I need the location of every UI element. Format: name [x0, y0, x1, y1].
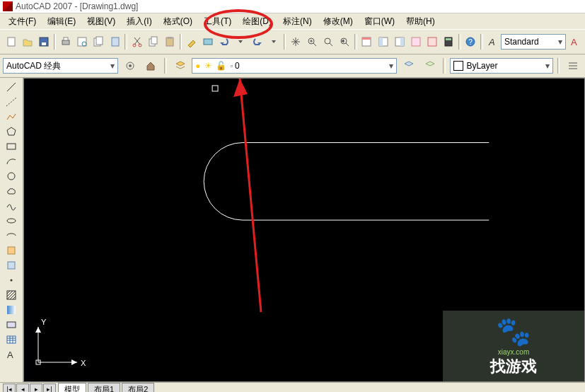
menu-window[interactable]: 窗口(W): [359, 14, 400, 29]
zoom-previous-icon[interactable]: [337, 33, 352, 50]
separator: [124, 34, 127, 50]
layer-select[interactable]: ● ☀ 🔓 ▫ 0: [192, 58, 397, 74]
menu-dimension[interactable]: 标注(N): [277, 14, 318, 29]
tab-last-icon[interactable]: ▸|: [43, 384, 56, 392]
menu-draw[interactable]: 绘图(D): [237, 14, 277, 29]
make-block-icon[interactable]: [3, 258, 20, 272]
tab-model[interactable]: 模型: [58, 383, 86, 392]
workspace-home-icon[interactable]: [142, 57, 159, 74]
insert-block-icon[interactable]: [3, 243, 20, 258]
circle-icon[interactable]: [3, 168, 20, 183]
arc-icon[interactable]: [3, 154, 20, 168]
hatch-icon[interactable]: [3, 287, 20, 302]
save-icon[interactable]: [36, 33, 51, 50]
redo-dropdown-icon[interactable]: [266, 33, 281, 50]
rectangle-icon[interactable]: [3, 139, 20, 154]
gradient-icon[interactable]: [3, 302, 20, 317]
quickcalc-icon[interactable]: [441, 33, 456, 50]
text-style-apply-icon[interactable]: A: [567, 33, 581, 50]
region-icon[interactable]: [3, 317, 20, 332]
separator: [180, 34, 183, 50]
ucs-x-label: X: [81, 359, 86, 367]
open-icon[interactable]: [20, 33, 35, 50]
publish-icon[interactable]: [91, 33, 106, 50]
plot-preview-icon[interactable]: [75, 33, 90, 50]
revision-cloud-icon[interactable]: [3, 183, 20, 198]
window-title: AutoCAD 2007 - [Drawing1.dwg]: [16, 1, 138, 11]
menu-file[interactable]: 文件(F): [3, 14, 42, 29]
tool-palettes-icon[interactable]: [392, 33, 407, 50]
paste-icon[interactable]: [162, 33, 177, 50]
tab-layout1[interactable]: 布局1: [88, 383, 120, 392]
bulb-on-icon: ●: [195, 61, 200, 71]
undo-dropdown-icon[interactable]: [233, 33, 248, 50]
autocad-icon: [3, 1, 13, 11]
svg-rect-9: [112, 38, 119, 46]
layer-manager-icon[interactable]: [172, 57, 189, 74]
layer-states-icon[interactable]: [422, 57, 439, 74]
layer-current-value: 0: [235, 61, 240, 71]
ellipse-icon[interactable]: [3, 213, 20, 228]
menu-insert[interactable]: 插入(I): [121, 14, 157, 29]
tab-next-icon[interactable]: ▸: [30, 384, 42, 392]
text-style-value: Standard: [504, 37, 539, 47]
sheet-set-manager-icon[interactable]: [408, 33, 423, 50]
menu-edit[interactable]: 编辑(E): [42, 14, 81, 29]
svg-text:?: ?: [469, 38, 473, 46]
design-center-icon[interactable]: [376, 33, 390, 50]
cut-icon[interactable]: [129, 33, 144, 50]
text-style-select[interactable]: Standard: [501, 34, 566, 50]
sheet-set-icon[interactable]: [108, 33, 122, 50]
point-icon[interactable]: [3, 272, 20, 287]
pan-icon[interactable]: [288, 33, 303, 50]
workspace-select[interactable]: AutoCAD 经典: [3, 58, 118, 74]
tab-layout2[interactable]: 布局2: [122, 383, 154, 392]
separator: [480, 34, 483, 50]
new-icon[interactable]: [4, 33, 18, 50]
drawing-canvas[interactable]: Y X 🐾 xiayx.com 找游戏: [23, 78, 585, 382]
text-style-icon[interactable]: A: [485, 33, 500, 50]
markup-icon[interactable]: [425, 33, 440, 50]
zoom-realtime-icon[interactable]: [304, 33, 319, 50]
ellipse-arc-icon[interactable]: [3, 228, 20, 243]
undo-icon[interactable]: [217, 33, 232, 50]
lineweight-icon[interactable]: [564, 57, 581, 74]
block-editor-icon[interactable]: [200, 33, 215, 50]
menu-tools[interactable]: 工具(T): [198, 14, 237, 29]
properties-icon[interactable]: [359, 33, 374, 50]
plot-icon: ▫: [231, 61, 233, 71]
svg-point-41: [11, 279, 13, 281]
svg-text:A: A: [571, 37, 577, 47]
match-properties-icon[interactable]: [184, 33, 199, 50]
spline-icon[interactable]: [3, 198, 20, 213]
zoom-window-icon[interactable]: [321, 33, 336, 50]
svg-rect-23: [379, 38, 383, 46]
print-icon[interactable]: [58, 33, 73, 50]
table-icon[interactable]: [3, 332, 20, 347]
layer-state-icons: ● ☀ 🔓 ▫: [195, 61, 235, 71]
help-icon[interactable]: ?: [463, 33, 478, 50]
polyline-icon[interactable]: [3, 109, 20, 124]
workspace-settings-icon[interactable]: [122, 57, 139, 74]
tab-first-icon[interactable]: |◂: [3, 384, 16, 392]
menu-help[interactable]: 帮助(H): [400, 14, 441, 29]
redo-icon[interactable]: [250, 33, 265, 50]
tab-prev-icon[interactable]: ◂: [16, 384, 29, 392]
linetype-select[interactable]: ByLayer: [450, 58, 552, 74]
menu-view[interactable]: 视图(V): [81, 14, 121, 29]
construction-line-icon[interactable]: [3, 94, 20, 109]
layer-previous-icon[interactable]: [400, 57, 417, 74]
svg-point-35: [129, 64, 132, 67]
svg-rect-8: [96, 37, 103, 45]
mtext-icon[interactable]: A: [3, 347, 20, 362]
line-icon[interactable]: [3, 79, 20, 94]
copy-icon[interactable]: [146, 33, 161, 50]
menu-format[interactable]: 格式(O): [158, 14, 198, 29]
separator: [284, 34, 286, 50]
menu-bar: 文件(F) 编辑(E) 视图(V) 插入(I) 格式(O) 工具(T) 绘图(D…: [0, 13, 585, 29]
svg-rect-26: [412, 38, 420, 46]
drawing-content: [24, 79, 584, 381]
menu-modify[interactable]: 修改(M): [318, 14, 359, 29]
polygon-icon[interactable]: [3, 124, 20, 139]
linetype-value: ByLayer: [466, 61, 497, 71]
